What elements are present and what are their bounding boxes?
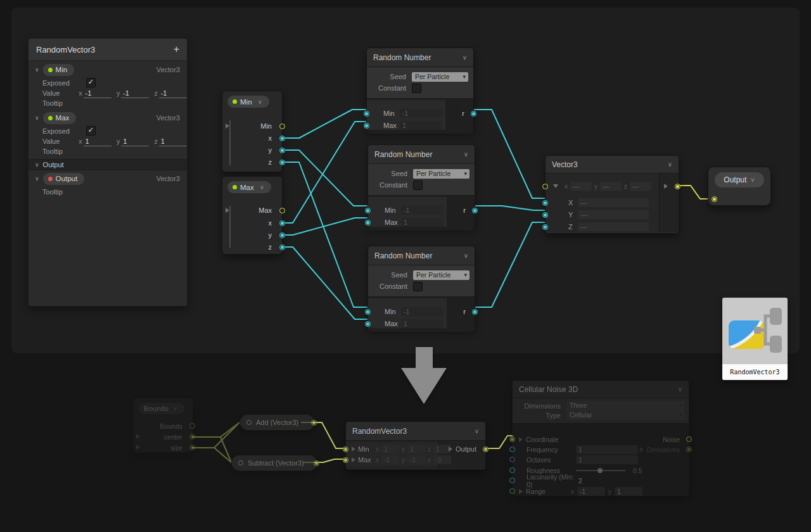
property-row-min[interactable]: Min Vector3	[29, 63, 187, 77]
x-field[interactable]: —	[578, 198, 649, 207]
value-x-field[interactable]: -1	[84, 89, 112, 98]
port-r-output[interactable]	[471, 111, 476, 117]
port-min-input[interactable]	[365, 309, 371, 315]
port-max-input[interactable]	[364, 123, 369, 129]
output-node[interactable]: Output	[708, 167, 771, 206]
range-y-field[interactable]: 1	[615, 487, 642, 496]
max-z-field[interactable]: -1	[433, 455, 451, 464]
chevron-down-icon[interactable]	[35, 162, 39, 168]
min-value-field[interactable]: -1	[401, 307, 443, 316]
add-vector3-node[interactable]: Add (Vector3)	[239, 414, 315, 431]
port-r-output[interactable]	[472, 309, 478, 315]
port-add-input[interactable]	[246, 420, 252, 425]
port-min-z[interactable]	[279, 160, 285, 165]
bounds-parameter-pill[interactable]: Bounds	[139, 403, 184, 414]
roughness-value[interactable]: 0.5	[633, 467, 642, 474]
port-min-input[interactable]	[365, 208, 371, 213]
constant-checkbox[interactable]	[413, 180, 423, 190]
port-subtract-output[interactable]	[314, 460, 319, 466]
port-roughness[interactable]	[509, 467, 515, 473]
octaves-field[interactable]: 1	[576, 455, 638, 464]
port-vector3-output[interactable]	[675, 184, 680, 189]
port-max-x[interactable]	[279, 220, 285, 226]
output-section-header[interactable]: Output	[29, 159, 187, 170]
port-x-input[interactable]	[542, 200, 548, 206]
random-number-node-1[interactable]: Random Number Seed Per Particle Constant…	[366, 48, 474, 131]
expand-arrow-icon[interactable]	[352, 446, 355, 452]
port-z-input[interactable]	[542, 224, 548, 230]
port-min-x[interactable]	[279, 136, 285, 141]
output-pill[interactable]: Output	[715, 172, 764, 187]
port-bounds-size[interactable]	[189, 445, 195, 450]
wire-center-subtract[interactable]	[192, 437, 231, 462]
port-bounds-center[interactable]	[189, 434, 195, 440]
value-y-field[interactable]: 1	[121, 137, 149, 146]
max-y-field[interactable]: -1	[407, 455, 425, 464]
y-field[interactable]: —	[578, 210, 649, 219]
min-parameter-pill[interactable]: Min	[227, 96, 269, 108]
expand-arrow-icon[interactable]	[553, 184, 558, 188]
seed-dropdown[interactable]: Per Particle	[413, 169, 469, 179]
port-min-y[interactable]	[279, 148, 285, 153]
chevron-down-icon[interactable]	[475, 428, 479, 434]
port-max-output[interactable]	[279, 208, 285, 213]
exposed-checkbox[interactable]: ✓	[86, 78, 96, 87]
value-x-field[interactable]: 1	[84, 137, 112, 146]
expand-arrow-icon[interactable]	[519, 489, 523, 494]
port-rv3-output[interactable]	[483, 446, 489, 452]
port-add-output[interactable]	[311, 420, 317, 426]
max-parameter-pill[interactable]: Max	[227, 181, 271, 193]
port-octaves[interactable]	[509, 457, 515, 462]
port-output-input[interactable]	[712, 196, 717, 202]
port-r-output[interactable]	[472, 208, 478, 213]
parameter-node-max[interactable]: Max Max x y z	[222, 176, 283, 255]
chevron-down-icon[interactable]	[463, 54, 467, 61]
port-derivatives-output[interactable]	[686, 446, 692, 452]
port-frequency[interactable]	[509, 446, 515, 452]
port-max-y[interactable]	[279, 232, 285, 238]
port-lacunarity[interactable]	[509, 478, 515, 483]
cellular-noise-node[interactable]: Cellular Noise 3D Dimensions Three Type …	[512, 380, 689, 495]
random-number-node-3[interactable]: Random Number Seed Per Particle Constant…	[367, 246, 475, 329]
range-x-field[interactable]: -1	[577, 487, 605, 496]
parameter-node-min[interactable]: Min Min x y z	[222, 91, 283, 172]
vector3-node[interactable]: Vector3 x — y — z — X — Y —	[545, 155, 679, 234]
port-rv3-min[interactable]	[343, 446, 348, 452]
port-max-input[interactable]	[365, 220, 371, 225]
port-min-input[interactable]	[364, 111, 369, 117]
inline-z-field[interactable]: —	[630, 182, 651, 191]
z-field[interactable]: —	[578, 222, 649, 231]
seed-dropdown[interactable]: Per Particle	[413, 270, 469, 280]
port-vector3-space[interactable]	[542, 184, 548, 189]
max-value-field[interactable]: 1	[401, 319, 443, 328]
chevron-down-icon[interactable]	[464, 151, 468, 158]
min-x-field[interactable]: 1	[381, 445, 399, 453]
property-row-output[interactable]: Output Vector3	[29, 172, 187, 186]
wire-rv3-coordinate[interactable]	[485, 436, 513, 448]
frequency-field[interactable]: 1	[576, 445, 638, 454]
slider-thumb[interactable]	[597, 468, 603, 473]
seed-dropdown[interactable]: Per Particle	[412, 72, 468, 82]
port-coordinate[interactable]	[509, 436, 515, 442]
random-number-node-2[interactable]: Random Number Seed Per Particle Constant…	[367, 144, 475, 228]
wire-size-add[interactable]	[192, 422, 239, 448]
chevron-down-icon[interactable]	[750, 177, 755, 183]
constant-checkbox[interactable]	[412, 84, 421, 93]
port-range[interactable]	[509, 488, 515, 494]
chevron-down-icon[interactable]	[35, 66, 39, 73]
port-bounds-output[interactable]	[189, 423, 195, 429]
chevron-down-icon[interactable]	[35, 115, 39, 121]
add-property-button[interactable]: +	[174, 44, 179, 55]
value-y-field[interactable]: -1	[121, 89, 149, 98]
port-max-input[interactable]	[365, 321, 371, 327]
exposed-checkbox[interactable]: ✓	[86, 126, 96, 136]
port-y-input[interactable]	[542, 212, 548, 218]
subgraph-asset-card[interactable]: RandomVector3	[722, 298, 788, 380]
property-pill-output[interactable]: Output	[43, 173, 85, 185]
blackboard-panel[interactable]: RandomVector3 + Min Vector3 Exposed ✓ Va…	[28, 38, 188, 307]
chevron-down-icon[interactable]	[260, 184, 264, 191]
type-dropdown[interactable]: Cellular	[566, 410, 685, 420]
min-value-field[interactable]: -1	[400, 109, 442, 118]
subtract-vector3-node[interactable]: Subtract (Vector3)	[231, 455, 317, 471]
chevron-down-icon[interactable]	[258, 99, 262, 105]
